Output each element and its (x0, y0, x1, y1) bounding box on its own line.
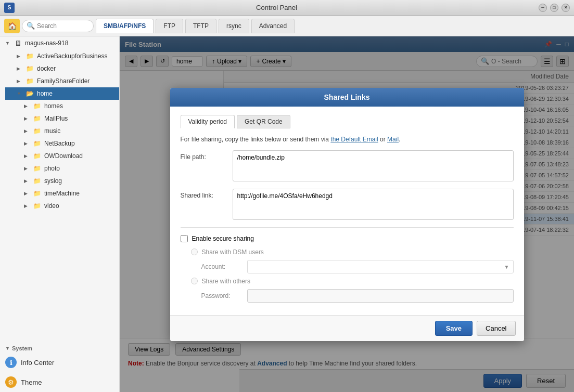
sidebar-item-mailplus[interactable]: ▶ 📁 MailPlus (5, 112, 119, 125)
chevron-down-icon: ▼ (5, 41, 11, 46)
sidebar-item-owdownload[interactable]: ▶ 📁 OWDownload (5, 150, 119, 162)
save-button[interactable]: Save (435, 321, 473, 336)
chevron-icon: ▶ (24, 153, 30, 159)
modal-tab-qr[interactable]: Get QR Code (237, 115, 290, 128)
password-label: Password: (201, 292, 243, 299)
chevron-icon: ▶ (24, 128, 30, 134)
sidebar-item-video[interactable]: ▶ 📁 video (5, 200, 119, 212)
sidebar-label-timemachine: timeMachine (44, 190, 80, 197)
cp-search-input[interactable] (37, 22, 89, 30)
sidebar-label-homes: homes (44, 102, 63, 110)
folder-icon: 📁 (33, 115, 41, 122)
theme-label: Theme (21, 378, 42, 386)
chevron-icon: ▶ (17, 54, 23, 59)
app-logo: S (4, 3, 15, 13)
share-dsm-radio[interactable] (191, 249, 198, 255)
tab-smb-afp-nfs[interactable]: SMB/AFP/NFS (96, 19, 154, 33)
folder-icon: 📁 (33, 177, 41, 185)
sidebar-item-netbackup[interactable]: ▶ 📁 NetBackup (5, 137, 119, 150)
password-field: Password: (201, 289, 514, 303)
share-others-row: Share with others (191, 278, 514, 285)
app-title: Control Panel (19, 4, 534, 11)
modal-footer: Save Cancel (170, 315, 524, 341)
folder-icon: 📁 (33, 127, 41, 135)
password-input[interactable] (247, 289, 514, 303)
sidebar-item-home[interactable]: ▼ 📂 home (5, 87, 119, 100)
tab-advanced[interactable]: Advanced (251, 19, 295, 33)
default-email-link[interactable]: the Default Email (330, 136, 378, 143)
account-label: Account: (201, 263, 243, 270)
sidebar-label-activebackup: ActiveBackupforBusiness (37, 53, 107, 60)
modal-tabs: Validity period Get QR Code (181, 115, 514, 128)
modal-divider (181, 227, 514, 228)
modal-title: Shared Links (324, 93, 370, 101)
maximize-button[interactable]: □ (550, 4, 558, 12)
modal-header: Shared Links (170, 88, 524, 107)
share-others-radio[interactable] (191, 278, 198, 284)
close-button[interactable]: ✕ (562, 4, 570, 12)
sidebar-server[interactable]: ▼ 🖥 magus-nas-918 (0, 36, 119, 50)
sidebar-item-syslog[interactable]: ▶ 📁 syslog (5, 175, 119, 187)
sidebar-item-docker[interactable]: ▶ 📁 docker (5, 62, 119, 75)
tab-tftp[interactable]: TFTP (185, 19, 216, 33)
sidebar-item-theme[interactable]: ⚙ Theme (0, 372, 119, 392)
enable-secure-checkbox[interactable] (181, 235, 188, 242)
shared-link-input[interactable] (233, 189, 514, 220)
window-controls: ─ □ ✕ (539, 4, 570, 12)
sidebar-label-music: music (44, 127, 60, 135)
home-button[interactable]: 🏠 (4, 19, 20, 33)
sidebar-label-family: FamilyShareFolder (37, 77, 90, 85)
shared-links-modal: Shared Links Validity period Get QR Code… (170, 88, 524, 341)
file-path-field: File path: (181, 150, 514, 181)
modal-body: Validity period Get QR Code For file sha… (170, 107, 524, 315)
file-path-input[interactable] (233, 150, 514, 181)
share-others-label: Share with others (202, 278, 250, 285)
folder-icon: 📁 (33, 165, 41, 172)
minimize-button[interactable]: ─ (539, 4, 547, 12)
tab-rsync[interactable]: rsync (219, 19, 249, 33)
account-select-wrapper (247, 260, 514, 273)
sidebar-label-video: video (44, 202, 59, 210)
cp-search-box[interactable]: 🔍 (22, 20, 94, 32)
folder-icon: 📁 (26, 65, 34, 72)
top-bar: S Control Panel ─ □ ✕ (0, 0, 574, 16)
folder-icon: 📁 (26, 53, 34, 60)
share-dsm-label: Share with DSM users (202, 249, 264, 256)
sidebar-label-owdownload: OWDownload (44, 152, 83, 160)
shared-link-label: Shared link: (181, 189, 227, 199)
chevron-icon: ▶ (17, 66, 23, 71)
theme-icon: ⚙ (5, 376, 17, 388)
chevron-icon: ▶ (17, 79, 23, 84)
account-field: Account: (201, 260, 514, 273)
info-center-label: Info Center (21, 359, 54, 367)
sidebar-item-activebackup[interactable]: ▶ 📁 ActiveBackupforBusiness (5, 50, 119, 62)
chevron-icon: ▶ (24, 166, 30, 171)
server-label: magus-nas-918 (25, 40, 68, 47)
system-label: System (12, 345, 32, 351)
folder-icon: 📁 (33, 202, 41, 210)
tab-ftp[interactable]: FTP (156, 19, 183, 33)
radio-group: Share with DSM users Account: Sh (191, 249, 514, 303)
sidebar-item-homes[interactable]: ▶ 📁 homes (5, 100, 119, 112)
sidebar-item-timemachine[interactable]: ▶ 📁 timeMachine (5, 187, 119, 200)
chevron-icon: ▶ (24, 116, 30, 121)
cancel-button[interactable]: Cancel (477, 321, 515, 336)
enable-secure-row: Enable secure sharing (181, 235, 514, 242)
sidebar-label-syslog: syslog (44, 177, 62, 185)
chevron-icon: ▶ (24, 191, 30, 196)
mail-link[interactable]: Mail (387, 136, 399, 143)
desc-or: or (380, 136, 386, 143)
sidebar-label-home: home (37, 90, 53, 97)
modal-description: For file sharing, copy the links below o… (181, 136, 514, 143)
system-section: ▼ System (0, 342, 119, 352)
account-select[interactable] (247, 260, 514, 273)
server-icon: 🖥 (15, 39, 22, 47)
sidebar-item-info-center[interactable]: ℹ Info Center (0, 352, 119, 372)
sidebar-item-photo[interactable]: ▶ 📁 photo (5, 162, 119, 175)
folder-icon: 📁 (33, 140, 41, 147)
sidebar-item-music[interactable]: ▶ 📁 music (5, 125, 119, 137)
modal-tab-validity[interactable]: Validity period (181, 115, 235, 128)
folder-icon: 📁 (26, 77, 34, 85)
folder-icon: 📁 (33, 190, 41, 197)
sidebar-item-familysharefolder[interactable]: ▶ 📁 FamilyShareFolder (5, 75, 119, 87)
